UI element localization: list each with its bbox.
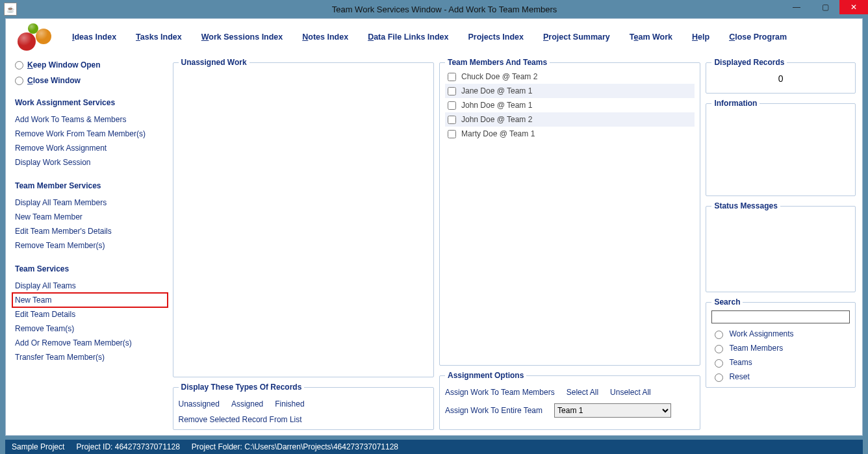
team-row-checkbox[interactable] (448, 116, 456, 124)
sidebar-link-work-0[interactable]: Add Work To Teams & Members (12, 112, 168, 127)
window-title: Team Work Services Window - Add Work To … (21, 5, 868, 14)
sidebar-link-team-0[interactable]: Display All Teams (12, 279, 168, 293)
panel-assignment-options: Assignment Options Assign Work To Team M… (439, 371, 700, 430)
link-unselect-all[interactable]: Unselect All (610, 388, 651, 397)
sidebar-link-team-2[interactable]: Edit Team Details (12, 307, 168, 322)
status-project-folder: Project Folder: C:\Users\Darren\Projects… (192, 442, 398, 451)
menu-help[interactable]: Help (692, 32, 709, 42)
menu-projects-index[interactable]: Projects Index (468, 32, 524, 42)
panel-title-status: Status Messages (711, 201, 780, 210)
sidebar-link-team-1[interactable]: New Team (12, 293, 168, 307)
menu-notes-index[interactable]: Notes Index (302, 32, 348, 42)
sidebar: Keep Window Open Close Window Work Assig… (12, 58, 168, 430)
team-row[interactable]: Chuck Doe @ Team 2 (445, 69, 695, 84)
team-row-label: John Doe @ Team 1 (461, 101, 532, 110)
sidebar-link-member-2[interactable]: Edit Team Member's Details (12, 224, 168, 238)
panel-title-team-members: Team Members And Teams (445, 58, 550, 67)
status-bar: Sample Project Project ID: 4642737370711… (5, 440, 863, 454)
status-project-name: Sample Project (12, 442, 64, 451)
link-finished[interactable]: Finished (275, 399, 304, 409)
section-team-member: Team Member Services (12, 181, 168, 190)
team-row-checkbox[interactable] (448, 73, 456, 81)
team-row-label: Jane Doe @ Team 1 (461, 86, 532, 95)
displayed-records-value: 0 (711, 71, 850, 88)
menu-ideas-index[interactable]: Ideas Index (72, 32, 116, 42)
sidebar-link-work-3[interactable]: Display Work Session (12, 155, 168, 170)
panel-title-search: Search (711, 297, 743, 307)
menu-work-sessions-index[interactable]: Work Sessions Index (201, 32, 283, 42)
panel-information: Information (706, 99, 856, 196)
team-row[interactable]: John Doe @ Team 2 (445, 112, 695, 127)
radio-close-window[interactable]: Close Window (12, 76, 168, 85)
panel-status-messages: Status Messages (706, 201, 856, 292)
link-unassigned[interactable]: Unassigned (179, 399, 220, 409)
sidebar-link-team-4[interactable]: Add Or Remove Team Member(s) (12, 336, 168, 350)
app-icon: ☕ (4, 3, 17, 16)
panel-title-unassigned: Unassigned Work (179, 58, 249, 67)
select-team[interactable]: Team 1 (554, 403, 671, 418)
section-team-services: Team Services (12, 264, 168, 273)
link-select-all[interactable]: Select All (567, 388, 598, 397)
section-work-assignment: Work Assignment Services (12, 98, 168, 107)
team-row-checkbox[interactable] (448, 87, 456, 95)
link-assign-to-members[interactable]: Assign Work To Team Members (445, 388, 555, 397)
panel-team-members: Team Members And Teams Chuck Doe @ Team … (439, 58, 700, 366)
team-row-checkbox[interactable] (448, 130, 456, 138)
link-assigned[interactable]: Assigned (231, 399, 263, 409)
team-row-label: John Doe @ Team 2 (461, 115, 532, 124)
status-project-id: Project ID: 464273737071128 (76, 442, 179, 451)
sidebar-link-member-3[interactable]: Remove Team Member(s) (12, 238, 168, 253)
team-row[interactable]: John Doe @ Team 1 (445, 98, 695, 112)
menu-data-file-links-index[interactable]: Data File Links Index (368, 32, 448, 42)
sidebar-link-team-3[interactable]: Remove Team(s) (12, 322, 168, 336)
team-row-label: Marty Doe @ Team 1 (461, 129, 535, 138)
app-logo (14, 21, 59, 53)
radio-search-reset[interactable]: Reset (711, 372, 850, 382)
menu-team-work[interactable]: Team Work (630, 32, 672, 42)
panel-title-information: Information (711, 99, 760, 108)
radio-keep-window-open[interactable]: Keep Window Open (12, 60, 168, 69)
link-assign-to-team[interactable]: Assign Work To Entire Team (445, 406, 542, 415)
panel-display-types: Display These Types Of Records Unassigne… (173, 383, 434, 430)
search-input[interactable] (711, 310, 850, 323)
radio-search-work-assignments[interactable]: Work Assignments (711, 329, 850, 339)
sidebar-link-team-5[interactable]: Transfer Team Member(s) (12, 350, 168, 364)
maximize-button[interactable]: ▢ (811, 0, 839, 14)
radio-search-team-members[interactable]: Team Members (711, 343, 850, 353)
team-row-checkbox[interactable] (448, 101, 456, 110)
team-row[interactable]: Marty Doe @ Team 1 (445, 127, 695, 141)
menu-project-summary[interactable]: Project Summary (543, 32, 610, 42)
team-row[interactable]: Jane Doe @ Team 1 (445, 84, 695, 98)
sidebar-link-member-1[interactable]: New Team Member (12, 210, 168, 224)
panel-displayed-records: Displayed Records 0 (706, 58, 856, 94)
panel-title-displayed-records: Displayed Records (711, 58, 787, 67)
close-button[interactable]: ✕ (839, 0, 868, 14)
link-remove-selected[interactable]: Remove Selected Record From List (179, 415, 428, 424)
sidebar-link-work-2[interactable]: Remove Work Assignment (12, 141, 168, 155)
menu-bar: Ideas Index Tasks Index Work Sessions In… (6, 19, 862, 55)
panel-title-assignment-options: Assignment Options (445, 371, 526, 380)
radio-search-teams[interactable]: Teams (711, 357, 850, 368)
team-row-label: Chuck Doe @ Team 2 (461, 72, 537, 81)
panel-search: Search Work Assignments Team Members Tea… (706, 297, 856, 388)
minimize-button[interactable]: — (782, 0, 811, 14)
panel-unassigned-work: Unassigned Work (173, 58, 434, 377)
sidebar-link-member-0[interactable]: Display All Team Members (12, 195, 168, 210)
title-bar: ☕ Team Work Services Window - Add Work T… (0, 0, 868, 18)
panel-title-display-types: Display These Types Of Records (179, 383, 305, 392)
sidebar-link-work-1[interactable]: Remove Work From Team Member(s) (12, 127, 168, 141)
menu-tasks-index[interactable]: Tasks Index (136, 32, 182, 42)
menu-close-program[interactable]: Close Program (729, 32, 787, 42)
